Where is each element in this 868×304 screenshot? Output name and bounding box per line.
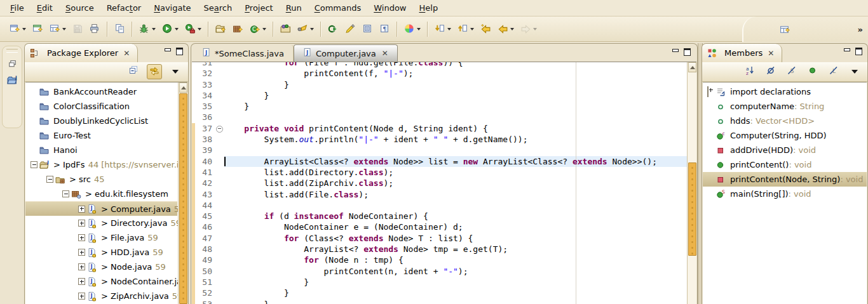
expander-minus-icon[interactable] — [61, 190, 71, 197]
code-line-43[interactable]: 43 list.add(File.class); — [192, 189, 687, 200]
expander-minus-icon[interactable] — [29, 161, 39, 168]
minus-box-icon[interactable] — [31, 161, 37, 168]
tree-item-directory.java[interactable]: J> Directory.java59 — [25, 216, 177, 230]
color-palette-button[interactable] — [402, 20, 423, 38]
view-menu-button[interactable] — [847, 64, 862, 79]
dropdown-arrow-icon[interactable] — [417, 28, 421, 30]
code-line-46[interactable]: 46 NodeContainer e = (NodeContainer) d; — [192, 221, 687, 232]
tab-package-explorer[interactable]: Package Explorer ✕ — [25, 44, 138, 63]
toolbar-overflow-chevron-icon[interactable]: » — [858, 25, 862, 34]
plus-box-icon[interactable] — [78, 206, 85, 213]
code-line-31[interactable]: 31 for (File f : hdd.get(File.class)) { — [192, 62, 687, 68]
tree-item-euro-test[interactable]: Euro-Test — [25, 128, 177, 143]
menu-help[interactable]: Help — [413, 1, 445, 15]
expander-plus-icon[interactable] — [77, 220, 87, 227]
scrollbar-thumb[interactable] — [688, 162, 696, 256]
menu-project[interactable]: Project — [238, 1, 280, 15]
show-whitespace-button[interactable]: ¶ — [377, 20, 393, 38]
code-line-37[interactable]: 37 private void printContent(Node d, Str… — [192, 123, 687, 134]
minimize-button[interactable] — [672, 48, 679, 55]
maximize-button[interactable] — [684, 48, 691, 55]
next-annotation-button[interactable] — [432, 20, 454, 38]
dropdown-arrow-icon[interactable] — [198, 28, 201, 30]
mark-occurrences-button[interactable] — [342, 20, 358, 38]
tree-item-doublylinkedcycliclist[interactable]: DoublyLinkedCyclicList — [25, 114, 177, 128]
tab-computer-java[interactable]: J Computer.java ✕ — [294, 44, 398, 62]
run-external-tools-button[interactable] — [182, 20, 204, 38]
tab-members[interactable]: Members ✕ — [702, 44, 782, 63]
tree-item-ipdfs[interactable]: J> IpdFs44 [https://svnserver.i — [25, 157, 177, 172]
plus-box-icon[interactable] — [78, 220, 85, 227]
plus-box-icon[interactable] — [78, 263, 85, 270]
minus-box-icon[interactable] — [46, 176, 53, 183]
menu-source[interactable]: Source — [59, 1, 100, 15]
code-line-40[interactable]: 40 ArrayList<Class<? extends Node>> list… — [192, 156, 687, 167]
restore-view-button[interactable] — [5, 58, 19, 72]
open-perspective-button[interactable] — [777, 20, 793, 38]
expander-plus-icon[interactable] — [77, 206, 87, 213]
search-button[interactable] — [295, 20, 316, 38]
code-line-42[interactable]: 42 list.add(ZipArchiv.class); — [192, 178, 687, 188]
new-window-button[interactable] — [30, 20, 46, 38]
debug-button[interactable] — [137, 20, 158, 38]
close-icon[interactable]: ✕ — [123, 49, 130, 58]
menu-commands[interactable]: Commands — [308, 1, 368, 15]
minimize-button[interactable] — [164, 48, 171, 54]
scroll-up-button[interactable] — [179, 83, 187, 93]
code-editor[interactable]: 31 for (File f : hdd.get(File.class)) {3… — [192, 62, 696, 304]
back-button[interactable] — [495, 20, 517, 38]
dropdown-arrow-icon[interactable] — [533, 28, 537, 30]
code-line-50[interactable]: 50 printContent(n, ident + "-"); — [192, 266, 687, 277]
menu-run[interactable]: Run — [280, 1, 308, 15]
hide-static-button[interactable]: S — [784, 64, 799, 79]
java-perspective-button[interactable]: J — [5, 74, 19, 88]
code-line-49[interactable]: 49 for (Node n : tmp) { — [192, 254, 687, 265]
menu-search[interactable]: Search — [198, 1, 239, 15]
maximize-button[interactable] — [176, 48, 183, 54]
code-line-35[interactable]: 35 } — [192, 101, 687, 112]
dropdown-arrow-icon[interactable] — [310, 28, 314, 30]
code-line-53[interactable]: 53 } — [192, 299, 687, 304]
menu-navigate[interactable]: Navigate — [147, 1, 197, 15]
code-line-47[interactable]: 47 for (Class<? extends Node> T : list) … — [192, 233, 687, 244]
close-icon[interactable]: ✕ — [382, 49, 388, 58]
package-explorer-scrollbar[interactable] — [178, 83, 187, 304]
member-item-computername[interactable]: computerName : String — [703, 99, 867, 114]
code-line-38[interactable]: 38 System.out.println("|-" + ident + " "… — [192, 134, 687, 145]
plus-box-icon[interactable] — [707, 86, 709, 97]
expander-plus-icon[interactable] — [706, 87, 715, 96]
member-item-computer[interactable]: cComputer(String, HDD) — [703, 128, 867, 143]
expander-plus-icon[interactable] — [77, 234, 87, 241]
minus-box-icon[interactable] — [62, 190, 69, 197]
plus-box-icon[interactable] — [78, 293, 85, 300]
code-line-36[interactable]: 36 — [192, 112, 687, 122]
code-line-39[interactable]: 39 — [192, 145, 687, 155]
copy-pages-button[interactable] — [112, 20, 128, 38]
expander-plus-icon[interactable] — [77, 278, 87, 285]
menu-file[interactable]: File — [4, 1, 31, 15]
dropdown-arrow-icon[interactable] — [152, 28, 156, 30]
hide-local-types-button[interactable]: L — [826, 64, 841, 79]
member-item-import-declarations[interactable]: import declarations — [703, 84, 867, 99]
close-icon[interactable]: ✕ — [768, 49, 774, 58]
fold-collapse-icon[interactable] — [215, 123, 224, 134]
code-line-33[interactable]: 33 } — [192, 79, 687, 90]
fastview-drag-handle[interactable] — [6, 49, 18, 53]
new-button[interactable] — [7, 20, 29, 38]
code-line-34[interactable]: 34 } — [192, 90, 687, 101]
tab-someclass-java[interactable]: J *SomeClass.java — [193, 45, 294, 62]
scroll-up-button[interactable] — [688, 62, 696, 72]
previous-annotation-button[interactable] — [455, 20, 477, 38]
dropdown-arrow-icon[interactable] — [470, 28, 474, 30]
print-button[interactable] — [87, 20, 103, 38]
hide-non-public-button[interactable] — [805, 64, 820, 79]
dropdown-arrow-icon[interactable] — [262, 28, 266, 30]
tree-item-nodecontainer.java[interactable]: J> NodeContainer.java59 — [25, 274, 177, 289]
scrollbar-thumb[interactable] — [179, 93, 187, 304]
editor-scrollbar[interactable] — [687, 62, 696, 304]
menu-edit[interactable]: Edit — [31, 1, 59, 15]
member-item-hdds[interactable]: hdds : Vector<HDD> — [703, 114, 867, 128]
tree-item-hdd.java[interactable]: J> HDD.java59 — [25, 245, 177, 260]
dropdown-arrow-icon[interactable] — [510, 28, 514, 30]
member-item-printcontent[interactable]: printContent(Node, String) : void — [703, 172, 867, 187]
